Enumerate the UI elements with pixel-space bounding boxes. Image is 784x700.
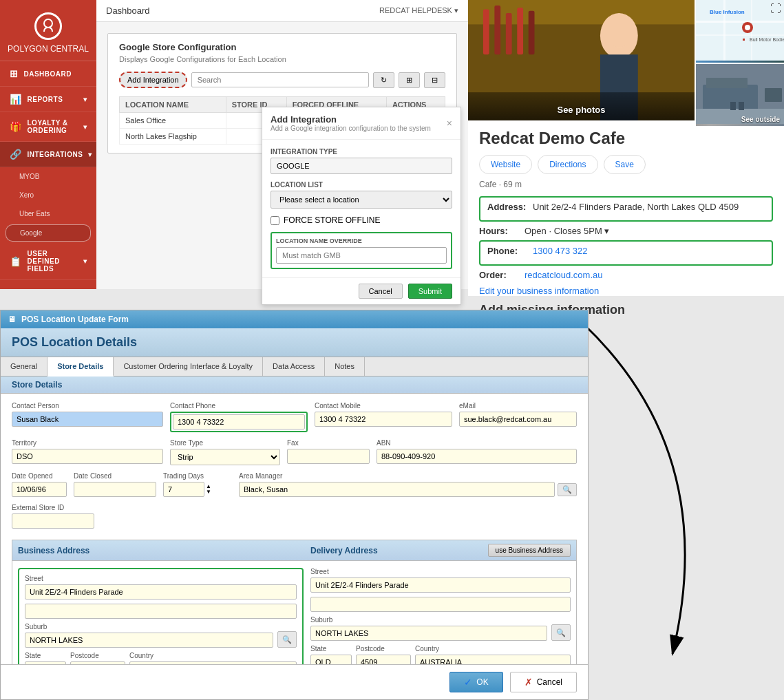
biz-suburb-label: Suburb	[25, 623, 273, 630]
sidebar-item-integrations[interactable]: 🔗 INTEGRATIONS ▾	[0, 142, 96, 167]
svg-rect-28	[739, 102, 744, 110]
website-button[interactable]: Website	[479, 155, 532, 174]
options-button[interactable]: ⊟	[424, 72, 445, 88]
sidebar-sub-xero[interactable]: Xero	[0, 186, 96, 204]
sidebar-sub-uber-eats[interactable]: Uber Eats	[0, 204, 96, 223]
fax-input[interactable]	[287, 449, 370, 464]
modal-cancel-button[interactable]: Cancel	[359, 284, 403, 299]
svg-text:Blue Infusion: Blue Infusion	[710, 9, 745, 15]
tab-store-details[interactable]: Store Details	[47, 357, 114, 376]
panel-title: Google Store Configuration	[119, 42, 445, 52]
del-suburb-label: Suburb	[310, 616, 547, 624]
hours-value[interactable]: Open · Closes 5PM ▾	[525, 226, 609, 236]
dashboard-icon: ⊞	[10, 68, 19, 79]
cancel-button[interactable]: ✗ Cancel	[510, 672, 577, 692]
fax-label: Fax	[287, 439, 370, 447]
biz-suburb-input[interactable]	[25, 633, 273, 648]
svg-rect-6	[517, 8, 523, 54]
sidebar-item-dashboard[interactable]: ⊞ DASHBOARD	[0, 61, 96, 87]
save-button[interactable]: Save	[604, 155, 646, 174]
area-manager-search-button[interactable]: 🔍	[558, 483, 577, 496]
svg-rect-14	[696, 34, 784, 36]
sidebar-sub-myob[interactable]: MYOB	[0, 167, 96, 186]
sidebar-sub-google[interactable]: Google	[6, 224, 91, 242]
contact-person-input[interactable]	[12, 412, 163, 427]
phone-value[interactable]: 1300 473 322	[533, 246, 588, 256]
helpdesk-link[interactable]: REDCAT HELPDESK ▾	[379, 6, 458, 15]
location-override-input[interactable]	[276, 247, 447, 264]
svg-rect-13	[696, 21, 784, 23]
abn-group: ABN	[377, 439, 577, 465]
row1-name: Sales Office	[120, 113, 226, 129]
abn-input[interactable]	[377, 449, 577, 464]
force-offline-checkbox[interactable]	[271, 216, 279, 225]
business-name: Redcat Demo Cafe	[479, 129, 773, 148]
contact-phone-highlight	[170, 412, 308, 432]
territory-group: Territory	[12, 439, 163, 465]
biz-suburb-group: Suburb	[25, 623, 273, 648]
sidebar-item-user-defined[interactable]: 📋 USER DEFINED FIELDS ▾	[0, 243, 96, 280]
area-manager-input[interactable]	[239, 482, 555, 497]
pos-footer: ✓ OK ✗ Cancel	[1, 664, 588, 699]
order-value[interactable]: redcatcloud.com.au	[525, 270, 602, 280]
modal-submit-button[interactable]: Submit	[408, 284, 452, 299]
location-list-select[interactable]: Please select a location	[271, 191, 452, 209]
del-street2-group	[310, 597, 571, 612]
modal-header: Add Integration Add a Google integration…	[262, 107, 460, 140]
biz-street2-input[interactable]	[25, 604, 297, 619]
svg-rect-27	[730, 102, 736, 110]
phone-label: Phone:	[487, 246, 529, 256]
trading-days-input[interactable]	[163, 482, 204, 497]
email-input[interactable]	[459, 412, 577, 427]
see-photos-label[interactable]: See photos	[557, 105, 605, 115]
biz-suburb-search[interactable]: 🔍	[277, 631, 297, 648]
del-suburb-input[interactable]	[310, 626, 547, 641]
dashboard-topbar: Dashboard REDCAT HELPDESK ▾	[96, 0, 468, 22]
loyalty-icon: 🎁	[10, 121, 22, 132]
integration-type-input[interactable]	[271, 158, 452, 174]
search-input[interactable]	[191, 72, 369, 87]
tab-customer-ordering[interactable]: Customer Ordering Interface & Loyalty	[114, 357, 263, 376]
trading-days-label: Trading Days	[163, 472, 232, 480]
see-outside-label[interactable]: See outside	[741, 116, 780, 123]
ok-button[interactable]: ✓ OK	[449, 672, 502, 692]
del-street1-input[interactable]	[310, 577, 571, 593]
pos-form-title: POS Location Details	[12, 335, 137, 349]
ok-label: OK	[476, 677, 488, 687]
edit-business-link[interactable]: Edit your business information	[479, 286, 773, 296]
pos-titlebar-text: POS Location Update Form	[21, 315, 129, 324]
del-suburb-search[interactable]: 🔍	[551, 624, 571, 641]
del-street-label: Street	[310, 568, 571, 575]
del-street2-input[interactable]	[310, 597, 571, 612]
tab-notes[interactable]: Notes	[325, 357, 365, 376]
add-integration-button[interactable]: Add Integration	[119, 72, 187, 88]
date-closed-input[interactable]	[74, 482, 156, 497]
contact-mobile-input[interactable]	[315, 412, 452, 427]
directions-button[interactable]: Directions	[538, 155, 597, 174]
maps-side-photo-bottom[interactable]: See outside	[696, 64, 784, 126]
del-state-label: State	[310, 645, 352, 653]
store-type-select[interactable]: Strip	[170, 449, 280, 465]
reports-arrow: ▾	[83, 96, 87, 103]
biz-street1-input[interactable]	[25, 584, 297, 600]
contact-phone-input[interactable]	[173, 414, 305, 429]
tab-general[interactable]: General	[1, 357, 47, 376]
tab-data-access[interactable]: Data Access	[263, 357, 325, 376]
svg-rect-21	[743, 39, 745, 41]
date-opened-input[interactable]	[12, 482, 67, 497]
sidebar-item-reports[interactable]: 📊 REPORTS ▾	[0, 87, 96, 112]
maps-photo-main[interactable]: See photos	[468, 0, 695, 120]
store-type-label: Store Type	[170, 439, 280, 447]
territory-input[interactable]	[12, 449, 163, 464]
grid-button[interactable]: ⊞	[399, 72, 420, 88]
use-business-address-button[interactable]: use Business Address	[488, 544, 571, 557]
sidebar-item-loyalty[interactable]: 🎁 LOYALTY & ORDERING ▾	[0, 112, 96, 142]
spinner-down[interactable]: ▼	[206, 489, 211, 495]
loyalty-arrow: ▾	[83, 123, 87, 131]
biz-street1-group: Street	[25, 575, 297, 600]
refresh-button[interactable]: ↻	[373, 72, 394, 88]
external-store-id-input[interactable]	[12, 513, 94, 529]
modal-close-button[interactable]: ×	[447, 118, 452, 129]
del-street1-group: Street	[310, 568, 571, 593]
date-opened-group: Date Opened	[12, 472, 67, 497]
